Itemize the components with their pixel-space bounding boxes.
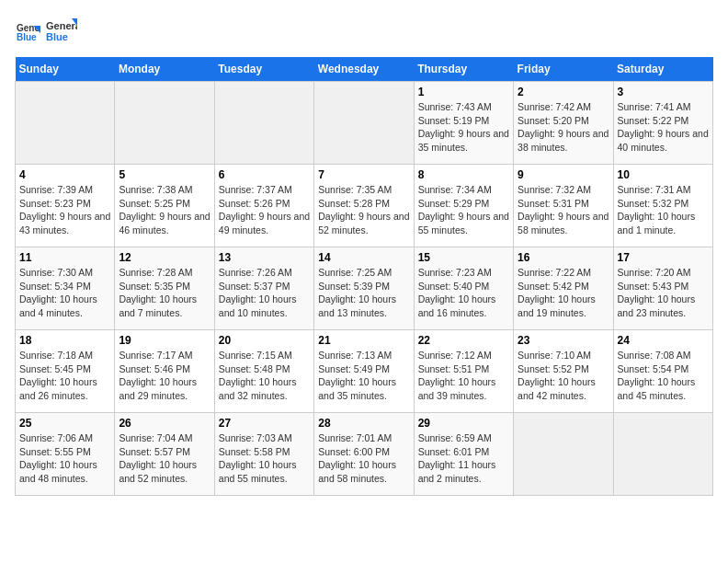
day-info: Sunrise: 7:37 AM Sunset: 5:26 PM Dayligh… <box>219 183 310 237</box>
calendar-cell: 6Sunrise: 7:37 AM Sunset: 5:26 PM Daylig… <box>214 165 313 247</box>
day-number: 16 <box>518 251 609 264</box>
weekday-header-tuesday: Tuesday <box>214 57 313 82</box>
calendar-table: SundayMondayTuesdayWednesdayThursdayFrid… <box>15 57 713 496</box>
calendar-cell: 16Sunrise: 7:22 AM Sunset: 5:42 PM Dayli… <box>514 247 613 330</box>
weekday-header-thursday: Thursday <box>414 57 513 82</box>
calendar-cell: 11Sunrise: 7:30 AM Sunset: 5:34 PM Dayli… <box>16 247 115 330</box>
logo-bird-icon: General Blue <box>44 15 77 48</box>
day-info: Sunrise: 7:28 AM Sunset: 5:35 PM Dayligh… <box>119 266 210 320</box>
day-info: Sunrise: 7:20 AM Sunset: 5:43 PM Dayligh… <box>618 266 709 320</box>
svg-text:Blue: Blue <box>17 32 37 42</box>
day-info: Sunrise: 7:23 AM Sunset: 5:40 PM Dayligh… <box>418 266 509 320</box>
calendar-cell: 13Sunrise: 7:26 AM Sunset: 5:37 PM Dayli… <box>214 247 313 330</box>
calendar-cell: 19Sunrise: 7:17 AM Sunset: 5:46 PM Dayli… <box>115 330 214 413</box>
weekday-header-monday: Monday <box>115 57 214 82</box>
calendar-cell: 4Sunrise: 7:39 AM Sunset: 5:23 PM Daylig… <box>16 165 115 247</box>
day-number: 5 <box>119 168 210 181</box>
day-info: Sunrise: 7:43 AM Sunset: 5:19 PM Dayligh… <box>418 100 509 155</box>
calendar-cell: 27Sunrise: 7:03 AM Sunset: 5:58 PM Dayli… <box>214 413 313 496</box>
calendar-cell: 7Sunrise: 7:35 AM Sunset: 5:28 PM Daylig… <box>314 165 414 247</box>
day-info: Sunrise: 7:34 AM Sunset: 5:29 PM Dayligh… <box>418 183 509 237</box>
calendar-cell: 23Sunrise: 7:10 AM Sunset: 5:52 PM Dayli… <box>514 330 613 413</box>
calendar-cell: 2Sunrise: 7:42 AM Sunset: 5:20 PM Daylig… <box>514 82 613 165</box>
page-header: General Blue General Blue <box>15 15 713 48</box>
day-number: 28 <box>318 417 409 430</box>
day-number: 11 <box>19 251 110 264</box>
day-number: 4 <box>19 168 110 181</box>
day-number: 25 <box>19 417 110 430</box>
day-info: Sunrise: 7:31 AM Sunset: 5:32 PM Dayligh… <box>618 183 709 237</box>
day-number: 15 <box>418 251 509 264</box>
day-number: 14 <box>318 251 409 264</box>
day-info: Sunrise: 7:15 AM Sunset: 5:48 PM Dayligh… <box>219 349 310 403</box>
day-info: Sunrise: 7:35 AM Sunset: 5:28 PM Dayligh… <box>318 183 409 237</box>
weekday-header-friday: Friday <box>514 57 613 82</box>
calendar-cell: 29Sunrise: 6:59 AM Sunset: 6:01 PM Dayli… <box>414 413 513 496</box>
day-number: 6 <box>219 168 310 181</box>
day-number: 7 <box>318 168 409 181</box>
calendar-cell: 9Sunrise: 7:32 AM Sunset: 5:31 PM Daylig… <box>514 165 613 247</box>
day-number: 13 <box>219 251 310 264</box>
day-number: 21 <box>318 334 409 347</box>
calendar-header: SundayMondayTuesdayWednesdayThursdayFrid… <box>16 57 713 82</box>
calendar-cell <box>115 82 214 165</box>
calendar-cell <box>514 413 613 496</box>
day-number: 1 <box>418 86 509 98</box>
day-info: Sunrise: 7:22 AM Sunset: 5:42 PM Dayligh… <box>518 266 609 320</box>
calendar-cell <box>613 413 712 496</box>
calendar-cell: 20Sunrise: 7:15 AM Sunset: 5:48 PM Dayli… <box>214 330 313 413</box>
day-info: Sunrise: 7:42 AM Sunset: 5:20 PM Dayligh… <box>518 100 609 155</box>
calendar-cell: 25Sunrise: 7:06 AM Sunset: 5:55 PM Dayli… <box>16 413 115 496</box>
day-number: 19 <box>119 334 210 347</box>
calendar-cell: 24Sunrise: 7:08 AM Sunset: 5:54 PM Dayli… <box>613 330 712 413</box>
day-info: Sunrise: 7:04 AM Sunset: 5:57 PM Dayligh… <box>119 431 210 486</box>
calendar-cell: 5Sunrise: 7:38 AM Sunset: 5:25 PM Daylig… <box>115 165 214 247</box>
day-number: 29 <box>418 417 509 430</box>
weekday-header-wednesday: Wednesday <box>314 57 414 82</box>
day-number: 12 <box>119 251 210 264</box>
day-info: Sunrise: 6:59 AM Sunset: 6:01 PM Dayligh… <box>418 431 509 486</box>
calendar-cell <box>16 82 115 165</box>
day-info: Sunrise: 7:08 AM Sunset: 5:54 PM Dayligh… <box>618 349 709 403</box>
calendar-week-row: 4Sunrise: 7:39 AM Sunset: 5:23 PM Daylig… <box>16 165 713 247</box>
day-number: 3 <box>618 86 709 98</box>
calendar-week-row: 25Sunrise: 7:06 AM Sunset: 5:55 PM Dayli… <box>16 413 713 496</box>
calendar-cell: 28Sunrise: 7:01 AM Sunset: 6:00 PM Dayli… <box>314 413 414 496</box>
calendar-cell: 8Sunrise: 7:34 AM Sunset: 5:29 PM Daylig… <box>414 165 513 247</box>
day-number: 27 <box>219 417 310 430</box>
day-number: 22 <box>418 334 509 347</box>
calendar-cell: 21Sunrise: 7:13 AM Sunset: 5:49 PM Dayli… <box>314 330 414 413</box>
day-info: Sunrise: 7:32 AM Sunset: 5:31 PM Dayligh… <box>518 183 609 237</box>
day-number: 23 <box>518 334 609 347</box>
calendar-body: 1Sunrise: 7:43 AM Sunset: 5:19 PM Daylig… <box>16 82 713 496</box>
day-info: Sunrise: 7:17 AM Sunset: 5:46 PM Dayligh… <box>119 349 210 403</box>
day-info: Sunrise: 7:25 AM Sunset: 5:39 PM Dayligh… <box>318 266 409 320</box>
day-number: 20 <box>219 334 310 347</box>
day-info: Sunrise: 7:01 AM Sunset: 6:00 PM Dayligh… <box>318 431 409 486</box>
logo: General Blue General Blue <box>15 15 77 48</box>
calendar-cell: 15Sunrise: 7:23 AM Sunset: 5:40 PM Dayli… <box>414 247 513 330</box>
day-info: Sunrise: 7:13 AM Sunset: 5:49 PM Dayligh… <box>318 349 409 403</box>
svg-text:Blue: Blue <box>46 31 68 42</box>
day-info: Sunrise: 7:26 AM Sunset: 5:37 PM Dayligh… <box>219 266 310 320</box>
calendar-cell <box>214 82 313 165</box>
calendar-cell: 18Sunrise: 7:18 AM Sunset: 5:45 PM Dayli… <box>16 330 115 413</box>
svg-text:General: General <box>46 20 77 31</box>
day-number: 24 <box>618 334 709 347</box>
day-number: 17 <box>618 251 709 264</box>
calendar-cell: 12Sunrise: 7:28 AM Sunset: 5:35 PM Dayli… <box>115 247 214 330</box>
calendar-cell: 3Sunrise: 7:41 AM Sunset: 5:22 PM Daylig… <box>613 82 712 165</box>
day-info: Sunrise: 7:12 AM Sunset: 5:51 PM Dayligh… <box>418 349 509 403</box>
logo-icon: General Blue <box>15 18 40 44</box>
day-info: Sunrise: 7:10 AM Sunset: 5:52 PM Dayligh… <box>518 349 609 403</box>
day-number: 18 <box>19 334 110 347</box>
day-number: 2 <box>518 86 609 98</box>
calendar-cell: 26Sunrise: 7:04 AM Sunset: 5:57 PM Dayli… <box>115 413 214 496</box>
calendar-cell <box>314 82 414 165</box>
day-info: Sunrise: 7:18 AM Sunset: 5:45 PM Dayligh… <box>19 349 110 403</box>
day-info: Sunrise: 7:41 AM Sunset: 5:22 PM Dayligh… <box>618 100 709 155</box>
calendar-week-row: 18Sunrise: 7:18 AM Sunset: 5:45 PM Dayli… <box>16 330 713 413</box>
weekday-header-sunday: Sunday <box>16 57 115 82</box>
day-info: Sunrise: 7:06 AM Sunset: 5:55 PM Dayligh… <box>19 431 110 486</box>
weekday-header-row: SundayMondayTuesdayWednesdayThursdayFrid… <box>16 57 713 82</box>
